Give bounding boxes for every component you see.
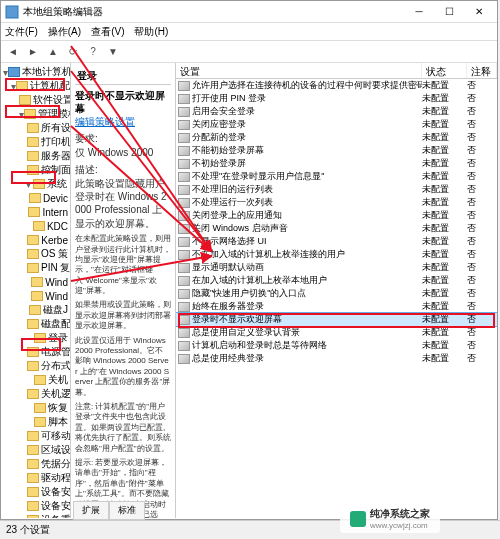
- watermark: 纯净系统之家 www.ycwjzj.com: [340, 504, 440, 533]
- view-tabs: 扩展 标准: [73, 501, 145, 519]
- window-title: 本地组策略编辑器: [23, 5, 405, 19]
- tree-root[interactable]: ▾本地计算机 策略: [3, 65, 68, 79]
- gpedit-window: 本地组策略编辑器 ─ ☐ ✕ 文件(F) 操作(A) 查看(V) 帮助(H) ◄…: [0, 0, 498, 520]
- svg-rect-0: [6, 6, 18, 18]
- tree-item[interactable]: 设备安: [3, 499, 68, 513]
- setting-row[interactable]: 不处理"在登录时显示用户信息显"未配置否: [176, 170, 497, 183]
- tree-item[interactable]: 所有设置: [3, 121, 68, 135]
- tree-item[interactable]: ▾系统: [3, 177, 68, 191]
- setting-row[interactable]: 不初始登录屏未配置否: [176, 157, 497, 170]
- tree-item[interactable]: 磁盘J: [3, 303, 68, 317]
- details-pane: 登录 登录时不显示欢迎屏幕 编辑策略设置 要求:仅 Windows 2000 描…: [71, 63, 176, 518]
- tree-item[interactable]: 打印机: [3, 135, 68, 149]
- tab-standard[interactable]: 标准: [109, 501, 145, 520]
- setting-row[interactable]: 不处理运行一次列表未配置否: [176, 196, 497, 209]
- tree-item[interactable]: Wind: [3, 275, 68, 289]
- tree-item[interactable]: 登录: [3, 331, 68, 345]
- setting-row[interactable]: 登录时不显示欢迎屏幕未配置否: [176, 313, 497, 326]
- tree-item[interactable]: KDC: [3, 219, 68, 233]
- tree-software[interactable]: 软件设置: [3, 93, 68, 107]
- col-state[interactable]: 状态: [422, 63, 467, 78]
- setting-row[interactable]: 不显示网络选择 UI未配置否: [176, 235, 497, 248]
- toolbar: ◄ ► ▲ ⟳ ? ▼: [1, 41, 497, 63]
- setting-row[interactable]: 允许用户选择在连接待机的设备的过程中何时要求提供密码未配置否: [176, 79, 497, 92]
- tree-item[interactable]: 关机: [3, 373, 68, 387]
- setting-row[interactable]: 不在加入域的计算机上枚举连接的用户未配置否: [176, 248, 497, 261]
- setting-row[interactable]: 不能初始登录屏幕未配置否: [176, 144, 497, 157]
- app-icon: [5, 5, 19, 19]
- setting-row[interactable]: 关闭应密登录未配置否: [176, 118, 497, 131]
- content-body: ▾本地计算机 策略 ▾计算机配置 软件设置 ▾管理模板 所有设置打印机服务器控制…: [1, 63, 497, 518]
- tree-admin-templates[interactable]: ▾管理模板: [3, 107, 68, 121]
- setting-row[interactable]: 显示通明默认动画未配置否: [176, 261, 497, 274]
- tree-item[interactable]: 分布式: [3, 359, 68, 373]
- menu-file[interactable]: 文件(F): [5, 25, 38, 39]
- setting-row[interactable]: 计算机启动和登录时总是等待网络未配置否: [176, 339, 497, 352]
- menu-help[interactable]: 帮助(H): [134, 25, 168, 39]
- tree-item[interactable]: 设备安: [3, 485, 68, 499]
- tree-item[interactable]: Intern: [3, 205, 68, 219]
- setting-row[interactable]: 打开使用 PIN 登录未配置否: [176, 92, 497, 105]
- tab-extended[interactable]: 扩展: [73, 501, 109, 520]
- menubar: 文件(F) 操作(A) 查看(V) 帮助(H): [1, 23, 497, 41]
- menu-action[interactable]: 操作(A): [48, 25, 81, 39]
- column-headers: 设置 状态 注释: [176, 63, 497, 79]
- window-controls: ─ ☐ ✕: [405, 3, 493, 21]
- tree-computer-config[interactable]: ▾计算机配置: [3, 79, 68, 93]
- nav-tree: ▾本地计算机 策略 ▾计算机配置 软件设置 ▾管理模板 所有设置打印机服务器控制…: [1, 63, 71, 518]
- watermark-logo-icon: [350, 511, 366, 527]
- tree-item[interactable]: 恢复: [3, 401, 68, 415]
- setting-row[interactable]: 分配新的登录未配置否: [176, 131, 497, 144]
- col-setting[interactable]: 设置: [176, 63, 422, 78]
- help-icon[interactable]: ?: [85, 44, 101, 60]
- tree-item[interactable]: 磁盘配: [3, 317, 68, 331]
- maximize-button[interactable]: ☐: [435, 3, 463, 21]
- tree-item[interactable]: PIN 复: [3, 261, 68, 275]
- setting-row[interactable]: 隐藏"快速用户切换"的入口点未配置否: [176, 287, 497, 300]
- setting-row[interactable]: 不处理旧的运行列表未配置否: [176, 183, 497, 196]
- menu-view[interactable]: 查看(V): [91, 25, 124, 39]
- setting-row[interactable]: 在加入域的计算机上枚举本地用户未配置否: [176, 274, 497, 287]
- filter-icon[interactable]: ▼: [105, 44, 121, 60]
- tree-item[interactable]: Wind: [3, 289, 68, 303]
- up-icon[interactable]: ▲: [45, 44, 61, 60]
- refresh-icon[interactable]: ⟳: [65, 44, 81, 60]
- tree-item[interactable]: 关机逻: [3, 387, 68, 401]
- setting-row[interactable]: 始终在服务器登录未配置否: [176, 300, 497, 313]
- titlebar: 本地组策略编辑器 ─ ☐ ✕: [1, 1, 497, 23]
- setting-row[interactable]: 启用会安全登录未配置否: [176, 105, 497, 118]
- tree-item[interactable]: 驱动程: [3, 471, 68, 485]
- details-header: 登录: [75, 67, 171, 85]
- close-button[interactable]: ✕: [465, 3, 493, 21]
- minimize-button[interactable]: ─: [405, 3, 433, 21]
- tree-item[interactable]: 脚本: [3, 415, 68, 429]
- tree-item[interactable]: Kerbe: [3, 233, 68, 247]
- tree-item[interactable]: 设备重: [3, 513, 68, 518]
- edit-policy-link[interactable]: 编辑策略设置: [75, 116, 135, 127]
- setting-row[interactable]: 关闭 Windows 启动声音未配置否: [176, 222, 497, 235]
- policy-title: 登录时不显示欢迎屏幕: [75, 89, 171, 115]
- tree-item[interactable]: 凭据分: [3, 457, 68, 471]
- tree-item[interactable]: 控制面板: [3, 163, 68, 177]
- tree-item[interactable]: OS 策: [3, 247, 68, 261]
- setting-row[interactable]: 总是使用经典登录未配置否: [176, 352, 497, 365]
- tree-item[interactable]: 电源管: [3, 345, 68, 359]
- tree-item[interactable]: 服务器: [3, 149, 68, 163]
- tree-item[interactable]: Devic: [3, 191, 68, 205]
- forward-icon[interactable]: ►: [25, 44, 41, 60]
- settings-list: 设置 状态 注释 允许用户选择在连接待机的设备的过程中何时要求提供密码未配置否打…: [176, 63, 497, 518]
- tree-item[interactable]: 区域设: [3, 443, 68, 457]
- setting-row[interactable]: 总是使用自定义登录认背景未配置否: [176, 326, 497, 339]
- col-comment[interactable]: 注释: [467, 63, 497, 78]
- back-icon[interactable]: ◄: [5, 44, 21, 60]
- tree-item[interactable]: 可移动: [3, 429, 68, 443]
- setting-row[interactable]: 关闭登录上的应用通知未配置否: [176, 209, 497, 222]
